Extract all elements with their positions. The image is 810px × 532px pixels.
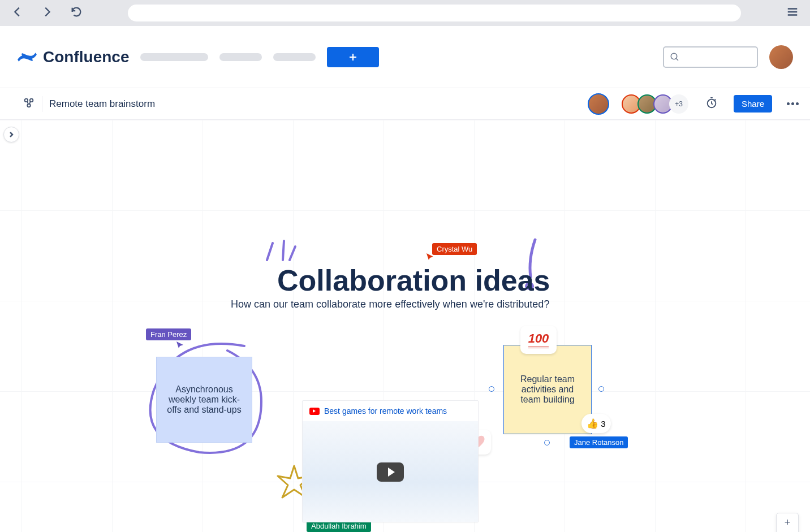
cursor-pointer-icon (175, 340, 184, 349)
cursor-pointer-icon (425, 252, 434, 261)
sticky-text: Asynchronous weekly team kick-offs and s… (165, 384, 244, 415)
video-thumbnail[interactable] (303, 421, 478, 522)
cursor-label-fran: Fran Perez (146, 328, 191, 340)
board-title[interactable]: Remote team brainstorm (49, 98, 581, 110)
confluence-mark-icon (17, 47, 37, 67)
presence-stack: +3 (588, 93, 688, 115)
reaction-count: 3 (601, 419, 605, 429)
share-button[interactable]: Share (734, 95, 772, 113)
video-title: Best games for remote work teams (324, 406, 447, 416)
confluence-wordmark: Confluence (43, 48, 129, 66)
hamburger-icon[interactable] (786, 6, 799, 20)
confluence-logo[interactable]: Confluence (17, 47, 129, 67)
play-icon[interactable] (377, 462, 404, 482)
cursor-label-jane: Jane Rotanson (570, 436, 628, 448)
cursor-label-crystal: Crystal Wu (432, 243, 477, 255)
plus-icon (348, 52, 358, 62)
nav-item-placeholder[interactable] (140, 53, 208, 61)
video-embed[interactable]: Best games for remote work teams (302, 400, 479, 522)
sticky-text: Regular team activities and team buildin… (511, 374, 584, 405)
sticky-note-activities[interactable]: Regular team activities and team buildin… (503, 345, 592, 434)
back-icon[interactable] (11, 6, 24, 20)
whiteboard-icon (23, 97, 35, 111)
more-icon[interactable] (787, 102, 799, 105)
thumbs-up-icon: 👍 (587, 418, 598, 430)
zoom-in-button[interactable]: + (777, 513, 798, 531)
board-subheading[interactable]: How can our team collaborate more effect… (231, 299, 549, 310)
selection-handle[interactable] (544, 440, 550, 446)
presence-avatar[interactable] (588, 93, 609, 115)
svg-point-0 (671, 53, 677, 59)
url-bar[interactable] (128, 5, 741, 21)
selection-handle[interactable] (489, 386, 494, 392)
search-icon (670, 52, 680, 62)
hundred-sticker[interactable]: 100 (520, 326, 557, 354)
timer-icon[interactable] (705, 97, 718, 111)
browser-chrome (0, 0, 810, 26)
sidebar-expand-button[interactable] (3, 127, 19, 142)
youtube-icon (309, 408, 320, 415)
forward-icon[interactable] (41, 6, 53, 20)
nav-item-placeholder[interactable] (219, 53, 262, 61)
board-heading[interactable]: Collaboration ideas (277, 263, 550, 297)
create-button[interactable] (327, 47, 379, 67)
search-input[interactable] (663, 46, 758, 68)
reaction-pill[interactable]: 👍 3 (581, 414, 611, 433)
user-avatar[interactable] (769, 45, 793, 69)
zoom-control: + 100% − (776, 513, 799, 532)
board-header: Remote team brainstorm +3 Share (0, 88, 810, 120)
svg-point-3 (27, 103, 31, 107)
whiteboard-canvas[interactable]: Collaboration ideas How can our team col… (0, 120, 810, 532)
reload-icon[interactable] (70, 6, 83, 20)
app-nav: Confluence (0, 26, 810, 88)
selection-handle[interactable] (598, 386, 604, 392)
nav-item-placeholder[interactable] (273, 53, 316, 61)
sticky-note-async[interactable]: Asynchronous weekly team kick-offs and s… (156, 357, 252, 443)
presence-overflow[interactable]: +3 (669, 94, 688, 114)
